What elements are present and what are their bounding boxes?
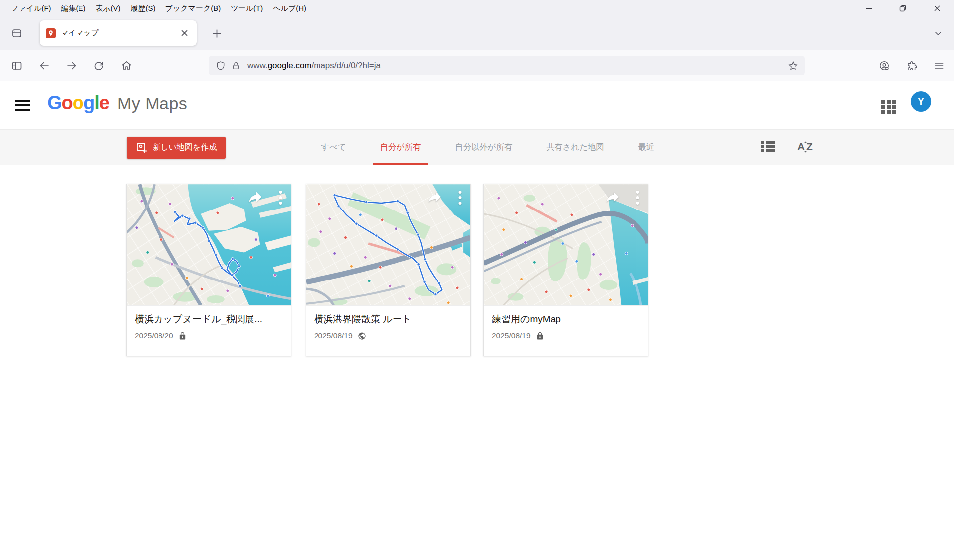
card-info: 横浜カップヌードル_税関展... 2025/08/20 [127,306,291,340]
list-all-tabs-button[interactable] [929,24,947,42]
list-view-icon [761,140,775,152]
menu-view[interactable]: 表示(V) [91,0,126,16]
avatar[interactable]: Y [911,91,931,112]
navigation-toolbar: www.google.com/maps/d/u/0/?hl=ja [0,50,954,81]
tab-recent[interactable]: 最近 [631,130,661,165]
reload-icon [94,61,104,70]
tab-owned[interactable]: 自分が所有 [373,130,428,165]
minimize-button[interactable] [851,0,885,16]
firefox-view-button[interactable] [8,24,26,42]
google-logo: Google [47,92,109,114]
chevron-down-icon [934,29,943,38]
arrow-left-icon [39,60,50,71]
address-bar[interactable]: www.google.com/maps/d/u/0/?hl=ja [209,56,805,75]
more-options-icon[interactable] [458,190,462,205]
lock-icon [178,332,187,340]
reload-button[interactable] [90,57,108,74]
sidebar-toggle-button[interactable] [8,57,26,74]
restore-button[interactable] [885,0,920,16]
map-card[interactable]: 横浜カップヌードル_税関展... 2025/08/20 [126,184,291,356]
map-card-date: 2025/08/19 [492,331,531,340]
puzzle-icon [907,61,917,71]
maps-grid: 横浜カップヌードル_税関展... 2025/08/20 [0,165,954,560]
map-card-title: 横浜カップヌードル_税関展... [135,313,283,326]
close-icon [181,30,188,36]
share-icon[interactable] [247,190,263,204]
menu-tools[interactable]: ツール(T) [226,0,268,16]
lock-icon [536,332,544,340]
lock-icon[interactable] [232,61,240,70]
menu-edit[interactable]: 編集(E) [56,0,91,16]
logo: Google My Maps [47,92,187,114]
home-icon [121,60,132,70]
map-thumbnail[interactable] [484,184,648,306]
browser-tab[interactable]: マイマップ [40,20,197,46]
home-button[interactable] [117,57,135,74]
menu-bookmarks[interactable]: ブックマーク(B) [160,0,226,16]
mymaps-favicon [46,28,56,38]
tab-all[interactable]: すべて [314,130,353,165]
arrow-right-icon [66,60,77,71]
browser-menu-button[interactable] [930,57,948,74]
maps-toolbar: 新しい地図を作成 すべて 自分が所有 自分以外が所有 共有された地図 最近 A … [0,129,954,165]
url-text[interactable]: www.google.com/maps/d/u/0/?hl=ja [247,61,788,70]
minimize-icon [865,4,873,12]
close-icon [933,4,941,12]
firefox-view-icon [11,28,22,39]
tab-not-owned[interactable]: 自分以外が所有 [448,130,520,165]
new-tab-button[interactable] [208,24,226,42]
more-options-icon[interactable] [636,190,640,205]
mymaps-header: Google My Maps Y [0,81,954,129]
tab-shared[interactable]: 共有された地図 [539,130,611,165]
list-view-button[interactable] [761,140,775,154]
more-options-icon[interactable] [278,190,283,205]
map-card-date: 2025/08/19 [314,331,353,340]
map-card-title: 横浜港界隈散策 ルート [314,313,462,326]
close-tab-button[interactable] [178,27,191,40]
browser-window: ファイル(F) 編集(E) 表示(V) 履歴(S) ブックマーク(B) ツール(… [0,0,954,560]
map-thumbnail[interactable] [306,184,470,306]
filter-tabs: すべて 自分が所有 自分以外が所有 共有された地図 最近 [314,130,661,165]
map-card-title: 練習用のmyMap [492,313,640,326]
card-info: 横浜港界隈散策 ルート 2025/08/19 [306,306,470,340]
shield-icon[interactable] [216,61,226,70]
sidebar-icon [11,60,22,71]
map-card[interactable]: 練習用のmyMap 2025/08/19 [483,184,648,356]
share-icon[interactable] [605,190,621,204]
apps-grid-icon [880,97,897,114]
map-card[interactable]: 横浜港界隈散策 ルート 2025/08/19 [306,184,471,356]
account-icon [879,60,890,71]
back-button[interactable] [35,57,53,74]
svg-text:Z: Z [806,141,813,152]
main-menu-button[interactable] [15,96,35,114]
restore-icon [899,4,907,12]
globe-icon [358,332,366,340]
extensions-button[interactable] [903,57,921,74]
hamburger-icon [15,100,30,102]
menu-bar: ファイル(F) 編集(E) 表示(V) 履歴(S) ブックマーク(B) ツール(… [0,0,954,16]
account-button[interactable] [875,57,893,74]
product-name: My Maps [117,94,187,113]
plus-icon [212,29,222,38]
google-apps-button[interactable] [879,96,898,115]
create-map-button[interactable]: 新しい地図を作成 [127,137,226,159]
hamburger-icon [934,61,944,70]
bookmark-star-icon[interactable] [788,61,798,70]
menu-file[interactable]: ファイル(F) [6,0,56,16]
share-icon[interactable] [427,190,443,204]
svg-text:A: A [797,141,805,152]
sort-az-button[interactable]: A Z [797,140,815,155]
map-card-date: 2025/08/20 [135,331,173,340]
map-thumbnail[interactable] [127,184,291,306]
close-window-button[interactable] [920,0,954,16]
new-map-icon [136,142,148,154]
card-info: 練習用のmyMap 2025/08/19 [484,306,648,340]
menu-help[interactable]: ヘルプ(H) [268,0,311,16]
tab-title: マイマップ [61,28,178,38]
forward-button[interactable] [63,57,80,74]
window-controls [851,0,954,16]
tab-bar: マイマップ [0,16,954,50]
sort-az-icon: A Z [797,140,815,153]
menu-history[interactable]: 履歴(S) [126,0,160,16]
